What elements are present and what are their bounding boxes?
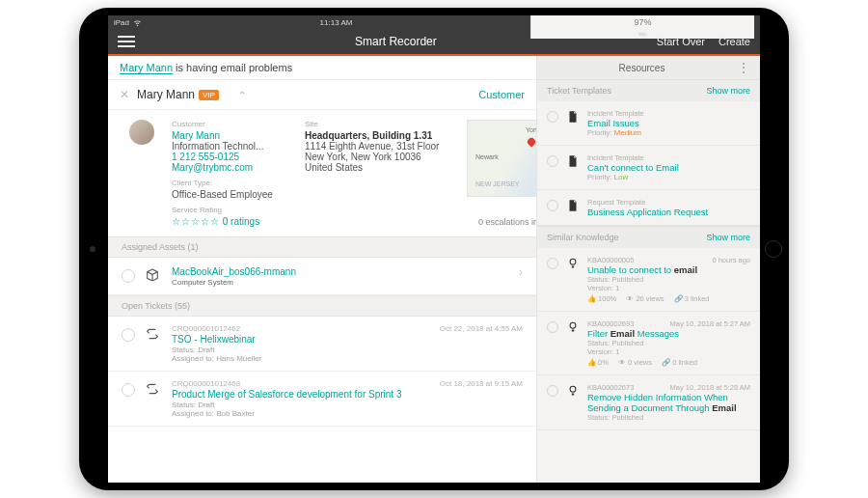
- map-region: NEW JERSEY: [475, 180, 520, 187]
- ticket-title: TSO - Helixwebinar: [172, 334, 430, 345]
- template-kind: Request Template: [587, 198, 750, 207]
- show-more-link[interactable]: Show more: [706, 233, 750, 242]
- ticket-date: Oct 18, 2018 at 9:15 AM: [440, 379, 523, 388]
- template-kind: Incident Template: [587, 153, 750, 162]
- knowledge-label: Similar Knowledge: [547, 233, 619, 242]
- create-button[interactable]: Create: [719, 36, 750, 47]
- ios-status-bar: iPad 11:13 AM 97%: [108, 15, 760, 29]
- file-icon: [566, 154, 580, 181]
- change-icon: [145, 381, 162, 399]
- assets-header: Assigned Assets (1): [108, 236, 536, 258]
- vip-badge: VIP: [199, 90, 219, 100]
- wifi-icon: [133, 18, 142, 27]
- ticket-status: Status: Draft: [172, 401, 430, 409]
- kb-status: Status: Published: [587, 339, 750, 347]
- close-icon[interactable]: ✕: [120, 88, 129, 101]
- link-icon: 🔗 0 linked: [662, 358, 697, 367]
- query-rest: is having email problems: [173, 62, 292, 73]
- map[interactable]: Newark New York Yonkers NEW JERSEY: [467, 120, 536, 197]
- views-icon: 👁 26 views: [626, 294, 664, 303]
- kb-date: May 10, 2018 at 5:27 AM: [670, 319, 750, 328]
- site-label: Site: [305, 120, 449, 128]
- customer-name-link[interactable]: Mary Mann: [172, 130, 287, 141]
- templates-section-header: Ticket Templates Show more: [537, 79, 760, 101]
- chevron-up-icon[interactable]: ⌃: [238, 90, 246, 100]
- lightbulb-icon: [566, 257, 580, 303]
- template-row[interactable]: Incident Template Email Issues Priority:…: [537, 101, 760, 146]
- kb-date: May 10, 2018 at 5:28 AM: [670, 383, 750, 392]
- priority-value: Low: [614, 173, 629, 181]
- priority-label: Priority:: [587, 173, 611, 181]
- show-more-link[interactable]: Show more: [706, 86, 750, 96]
- resources-title: Resources: [547, 63, 737, 73]
- select-circle[interactable]: [122, 328, 135, 342]
- file-icon: [566, 199, 580, 217]
- select-circle[interactable]: [547, 200, 558, 211]
- svg-point-4: [570, 322, 576, 328]
- svg-point-5: [570, 386, 576, 392]
- templates-label: Ticket Templates: [547, 86, 611, 96]
- star-icon: ☆☆☆☆☆: [172, 216, 220, 227]
- knowledge-row[interactable]: KBA00002673May 10, 2018 at 5:28 AM Remov…: [537, 375, 760, 430]
- ticket-status: Status: Draft: [172, 346, 430, 354]
- site-title: Headquarters, Building 1.31: [305, 130, 449, 141]
- role-label[interactable]: Customer: [478, 89, 525, 100]
- kb-title: Remove Hidden Information When Sending a…: [587, 392, 750, 413]
- map-city: Newark: [475, 153, 499, 160]
- ticket-date: Oct 22, 2018 at 4:55 AM: [440, 324, 523, 333]
- select-circle[interactable]: [547, 385, 558, 397]
- menu-icon[interactable]: [118, 36, 135, 47]
- kb-status: Status: Published: [587, 413, 750, 422]
- tickets-header: Open Tickets (55): [108, 295, 536, 317]
- select-circle[interactable]: [547, 321, 558, 333]
- client-type: Office-Based Employee: [172, 189, 287, 200]
- ticket-assignee: Assigned to: Hans Mueller: [172, 354, 430, 363]
- select-circle[interactable]: [547, 258, 558, 269]
- app-title: Smart Recorder: [135, 35, 657, 48]
- address-line-1: 1114 Eighth Avenue, 31st Floor: [305, 141, 449, 152]
- select-circle[interactable]: [122, 269, 135, 283]
- address-line-2: New York, New York 10036: [305, 152, 449, 162]
- customer-label: Customer: [172, 120, 287, 128]
- asset-row[interactable]: MacBookAir_bos066-mmann Computer System …: [108, 258, 536, 295]
- template-title: Can't connect to Email: [587, 162, 750, 173]
- thumbs-up-icon: 👍 100%: [587, 294, 616, 303]
- chevron-right-icon[interactable]: ›: [519, 265, 523, 279]
- carrier-label: iPad: [114, 18, 129, 27]
- svg-point-3: [570, 259, 576, 264]
- ticket-id: CRQ000001012462: [172, 324, 430, 333]
- knowledge-row[interactable]: KBA00002693May 10, 2018 at 5:27 AM Filte…: [537, 312, 760, 375]
- start-over-button[interactable]: Start Over: [657, 36, 705, 47]
- ticket-title: Product Merge of Salesforce development …: [172, 389, 430, 400]
- query-entity[interactable]: Mary Mann: [120, 62, 173, 74]
- phone-link[interactable]: 1 212 555-0125: [172, 152, 287, 162]
- escalation-note: 0 escalations in last month: [478, 217, 536, 227]
- knowledge-row[interactable]: KBA000000050 hours ago Unable to connect…: [537, 248, 760, 312]
- kb-title: Filter Email Messages: [587, 328, 750, 339]
- priority-value: Medium: [614, 128, 641, 137]
- template-row[interactable]: Request Template Business Application Re…: [537, 190, 760, 226]
- rating-label: Service Rating: [172, 206, 287, 214]
- select-circle[interactable]: [122, 383, 135, 397]
- ticket-row[interactable]: CRQ000001012468 Product Merge of Salesfo…: [108, 372, 536, 427]
- kb-date: 0 hours ago: [712, 256, 750, 264]
- email-link[interactable]: Mary@trybmc.com: [172, 162, 287, 173]
- contact-card: Customer Mary Mann Information Technol..…: [108, 110, 536, 236]
- select-circle[interactable]: [547, 111, 558, 123]
- map-city: Yonkers: [526, 126, 536, 133]
- template-row[interactable]: Incident Template Can't connect to Email…: [537, 146, 760, 190]
- query-text[interactable]: Mary Mann is having email problems: [108, 56, 536, 79]
- ticket-id: CRQ000001012468: [172, 379, 430, 388]
- knowledge-section-header: Similar Knowledge Show more: [537, 226, 760, 248]
- priority-label: Priority:: [587, 128, 611, 137]
- thumbs-up-icon: 👍 0%: [587, 358, 609, 367]
- ticket-row[interactable]: CRQ000001012462 TSO - Helixwebinar Statu…: [108, 317, 536, 372]
- kb-id: KBA00002693: [587, 319, 634, 328]
- ticket-assignee: Assigned to: Bob Baxter: [172, 409, 430, 418]
- select-circle[interactable]: [547, 155, 558, 167]
- asset-title: MacBookAir_bos066-mmann: [172, 266, 503, 277]
- rating-count: 0 ratings: [223, 216, 259, 227]
- change-icon: [145, 326, 162, 344]
- client-type-label: Client Type:: [172, 179, 287, 187]
- template-kind: Incident Template: [587, 109, 750, 118]
